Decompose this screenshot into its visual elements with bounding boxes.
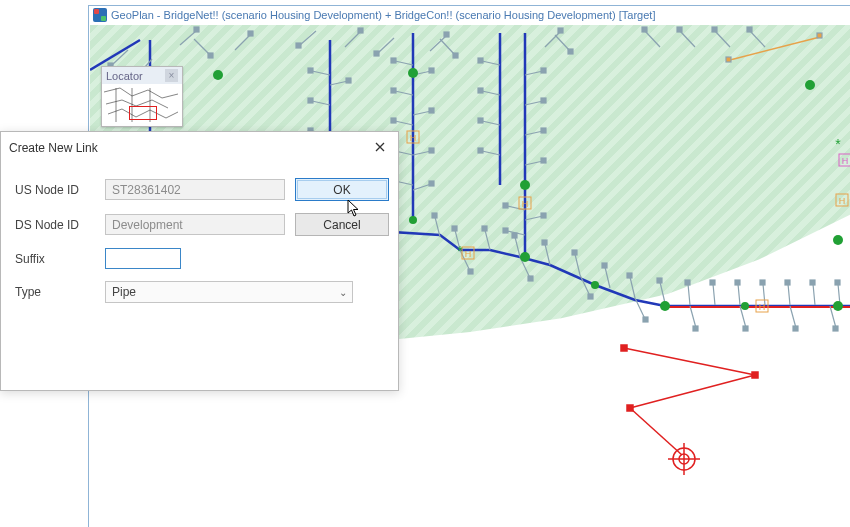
svg-rect-51	[503, 203, 508, 208]
label-suffix: Suffix	[15, 252, 95, 266]
svg-rect-67	[785, 280, 790, 285]
svg-rect-52	[503, 228, 508, 233]
svg-rect-46	[478, 148, 483, 153]
svg-rect-40	[429, 108, 434, 113]
locator-body[interactable]	[102, 84, 182, 126]
svg-rect-43	[478, 58, 483, 63]
svg-rect-16	[568, 49, 573, 54]
locator-panel[interactable]: Locator ×	[101, 66, 183, 127]
svg-rect-42	[429, 181, 434, 186]
svg-rect-54	[432, 213, 437, 218]
svg-rect-18	[677, 27, 682, 32]
svg-rect-63	[685, 280, 690, 285]
svg-rect-20	[747, 27, 752, 32]
label-us-node-id: US Node ID	[15, 183, 95, 197]
svg-rect-58	[542, 240, 547, 245]
svg-point-90	[833, 301, 843, 311]
svg-rect-74	[693, 326, 698, 331]
svg-rect-22	[726, 57, 731, 62]
svg-rect-12	[374, 51, 379, 56]
svg-rect-66	[760, 280, 765, 285]
svg-rect-49	[541, 128, 546, 133]
svg-rect-36	[391, 118, 396, 123]
svg-text:H: H	[842, 156, 849, 166]
svg-rect-50	[541, 158, 546, 163]
svg-rect-55	[452, 226, 457, 231]
svg-rect-17	[642, 27, 647, 32]
label-type: Type	[15, 285, 95, 299]
us-node-id-field[interactable]	[105, 179, 285, 200]
svg-rect-15	[558, 28, 563, 33]
svg-point-81	[408, 68, 418, 78]
svg-rect-30	[308, 98, 313, 103]
locator-titlebar[interactable]: Locator ×	[102, 67, 182, 84]
svg-rect-19	[712, 27, 717, 32]
svg-rect-57	[512, 233, 517, 238]
svg-rect-72	[588, 294, 593, 299]
svg-rect-65	[735, 280, 740, 285]
svg-rect-33	[346, 78, 351, 83]
cursor-icon	[347, 199, 361, 217]
close-icon	[375, 142, 385, 152]
cancel-button[interactable]: Cancel	[295, 213, 389, 236]
locator-title-text: Locator	[106, 70, 143, 82]
svg-rect-71	[528, 276, 533, 281]
svg-point-86	[660, 301, 670, 311]
geoplan-title: GeoPlan - BridgeNet!! (scenario Housing …	[111, 9, 655, 21]
svg-rect-64	[710, 280, 715, 285]
svg-rect-41	[429, 148, 434, 153]
suffix-field[interactable]	[105, 248, 181, 269]
svg-point-82	[409, 216, 417, 224]
svg-rect-35	[391, 88, 396, 93]
svg-rect-76	[793, 326, 798, 331]
svg-rect-53	[541, 213, 546, 218]
ds-node-id-field[interactable]	[105, 214, 285, 235]
svg-rect-48	[541, 98, 546, 103]
svg-text:H: H	[410, 133, 417, 143]
svg-rect-9	[248, 31, 253, 36]
svg-rect-11	[358, 28, 363, 33]
svg-rect-73	[643, 317, 648, 322]
svg-rect-8	[208, 53, 213, 58]
svg-rect-44	[478, 88, 483, 93]
create-new-link-dialog: Create New Link US Node ID OK DS Node ID…	[0, 131, 399, 391]
svg-text:*: *	[835, 136, 841, 152]
svg-rect-56	[482, 226, 487, 231]
svg-text:H: H	[759, 302, 766, 312]
svg-point-85	[591, 281, 599, 289]
dialog-title: Create New Link	[9, 141, 98, 155]
svg-rect-70	[468, 269, 473, 274]
svg-rect-77	[833, 326, 838, 331]
svg-rect-21	[817, 33, 822, 38]
svg-point-84	[520, 252, 530, 262]
label-ds-node-id: DS Node ID	[15, 218, 95, 232]
svg-rect-29	[308, 68, 313, 73]
svg-text:H: H	[465, 249, 472, 259]
locator-close-button[interactable]: ×	[165, 69, 178, 82]
svg-rect-10	[296, 43, 301, 48]
svg-rect-59	[572, 250, 577, 255]
type-select[interactable]: Pipe	[105, 281, 353, 303]
svg-rect-45	[478, 118, 483, 123]
locator-viewport-rect[interactable]	[129, 106, 157, 120]
dialog-close-button[interactable]	[370, 138, 390, 158]
svg-rect-47	[541, 68, 546, 73]
svg-rect-34	[391, 58, 396, 63]
svg-rect-68	[810, 280, 815, 285]
svg-point-88	[805, 80, 815, 90]
svg-rect-7	[194, 27, 199, 32]
geoplan-titlebar: GeoPlan - BridgeNet!! (scenario Housing …	[89, 6, 850, 24]
svg-rect-62	[657, 278, 662, 283]
svg-point-83	[520, 180, 530, 190]
ok-button[interactable]: OK	[295, 178, 389, 201]
svg-rect-69	[835, 280, 840, 285]
svg-rect-13	[444, 32, 449, 37]
svg-text:H: H	[522, 199, 529, 209]
svg-text:H: H	[839, 196, 846, 206]
app-icon	[93, 8, 107, 22]
svg-rect-61	[627, 273, 632, 278]
svg-point-89	[833, 235, 843, 245]
svg-rect-60	[602, 263, 607, 268]
svg-rect-75	[743, 326, 748, 331]
svg-rect-39	[429, 68, 434, 73]
